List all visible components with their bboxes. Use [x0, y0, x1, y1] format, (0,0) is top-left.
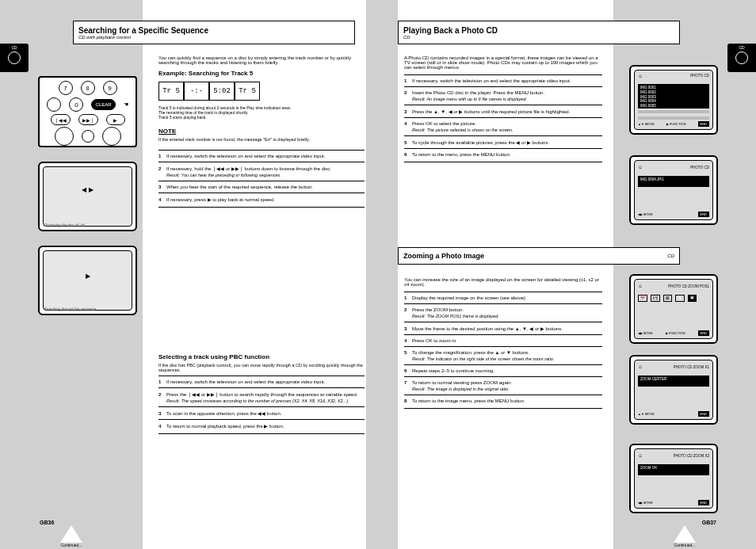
tv-footer-end: END — [698, 411, 709, 417]
section-tab-right: CD — [727, 44, 756, 72]
step-note: Result: You can hear the preceding or fo… — [166, 173, 365, 177]
step-text: To change the magnification, press the ▲… — [412, 350, 529, 355]
step-number: 8 — [404, 398, 412, 403]
step-text: Press OK to select the picture. — [412, 121, 476, 126]
step-number: 2 — [404, 90, 412, 95]
instruction-step: 2Insert the Photo CD disc in the player.… — [404, 86, 602, 105]
step-number: 6 — [404, 152, 412, 157]
step-number: 4 — [404, 338, 412, 343]
section-tab-left: CD — [0, 44, 29, 72]
track-cell: Tr 5 — [235, 82, 260, 101]
step-number: 3 — [404, 326, 412, 331]
step-text: Press the ❘◀◀ or ▶▶❘ button to search ra… — [166, 392, 357, 397]
step-text: Move the frame to the desired position u… — [412, 326, 563, 331]
instruction-step: 2If necessary, hold the ❘◀◀ or ▶▶❘ butto… — [158, 162, 365, 181]
remote-nav-ring-2 — [102, 127, 121, 146]
page-number-right: GB37 — [702, 520, 716, 525]
play-arrow-icon: ▶ — [86, 273, 90, 280]
step-text: Press the ZOOM button. — [412, 307, 464, 312]
continue-arrow-right-icon — [674, 525, 696, 543]
picture-icon: 🖼 — [663, 295, 672, 302]
remote-nav-ok — [82, 130, 94, 143]
step-text: Display the required image on the screen… — [412, 295, 526, 300]
tv-preview-panel: ☺PHOTO CD ZOOM X2ZOOM OK◀▶ MOVEEND — [629, 444, 718, 513]
remote-key-play: ▶ — [106, 114, 125, 125]
smiley-icon: ☺ — [638, 74, 643, 78]
instruction-step: 3To scan in the opposite direction, pres… — [158, 406, 365, 419]
tv-footer-left: ◀▶ MOVE — [638, 212, 653, 216]
tv-footer-mid: ▶ FUNCTION — [666, 331, 685, 335]
tv-content-block: IMG 0004.JPG — [638, 176, 709, 187]
continue-label-right: Continued... — [653, 543, 716, 547]
smiley-icon: ☺ — [638, 284, 643, 288]
tv-content-block: IMG 0001IMG 0002IMG 0003IMG 0004IMG 0005… — [638, 84, 709, 109]
screen-area: ▶ — [43, 250, 132, 311]
remote-key-blank — [47, 97, 61, 112]
zoom-box-icon: ▣ — [688, 295, 697, 302]
track-display-row: Tr 5 -:- 5:02 Tr 5 — [158, 82, 365, 101]
diagram-screen-info-list: ◀ ▶ Displaying the disc inf. list — [38, 162, 137, 231]
pbc-heading: Selecting a track using PBC function — [158, 353, 365, 360]
tv-content-block: ZOOM OK — [638, 464, 709, 475]
remote-key-8: 8 — [81, 81, 95, 95]
tv-footer-left: ◀▶ MOVE — [638, 501, 653, 505]
tv-footer-left: ◀▶ MOVE — [638, 331, 653, 335]
left-column-b: Selecting a track using PBC function If … — [158, 349, 365, 436]
step-number: 2 — [404, 307, 412, 312]
note-heading: NOTE — [158, 128, 365, 135]
step-text: To cycle through the available pictures,… — [412, 140, 549, 145]
step-number: 4 — [158, 197, 166, 202]
left-column-a: You can quickly find a sequence on a dis… — [158, 55, 365, 209]
instruction-step: 3Press the ▲, ▼, ◀ or ▶ buttons until th… — [404, 105, 602, 117]
right-column-b: You can increase the size of an image di… — [404, 277, 602, 410]
step-number: 2 — [158, 392, 166, 397]
step-note: Result: The picture selected is shown on… — [412, 128, 602, 132]
step-text: Press OK to zoom in. — [412, 338, 457, 343]
instruction-step: 3Move the frame to the desired position … — [404, 322, 602, 334]
step-text: To return to normal viewing press ZOOM a… — [412, 380, 512, 385]
track-cell: 5:02 — [209, 82, 235, 101]
page-title-left: Searching for a Specific Sequence CD wit… — [73, 21, 355, 44]
example-heading: Example: Searching for Track 5 — [158, 70, 365, 77]
track-note: Track 5 starts playing back. — [158, 115, 365, 120]
step-number: 5 — [404, 350, 412, 355]
tv-footer-end: END — [698, 330, 709, 336]
step-text: Press the ▲, ▼, ◀ or ▶ buttons until the… — [412, 109, 570, 114]
step-number: 2 — [158, 166, 166, 171]
step-text: If necessary, switch the television on a… — [166, 154, 325, 158]
remote-key-clear: CLEAR — [91, 99, 115, 110]
tv-footer-end: END — [698, 500, 709, 505]
left-right-arrows-icon: ◀ ▶ — [82, 186, 93, 193]
tv-title: PHOTO CD ZOOM X2 — [674, 454, 709, 458]
pointer-icon: ☚ — [124, 101, 128, 108]
tv-title: PHOTO CD — [690, 74, 709, 78]
instruction-step: 4If necessary, press ▶ to play back at n… — [158, 193, 365, 205]
tv-preview-panel: ☺PHOTO CD ZOOM POS1📅💾🖼🕘▣◀▶ MOVE▶ FUNCTIO… — [629, 274, 718, 344]
instruction-step: 6Repeat steps 2–5 to continue zooming. — [404, 364, 602, 376]
pbc-intro: If the disc has PBC (playback control), … — [158, 363, 365, 372]
smiley-icon: ☺ — [638, 165, 643, 170]
instruction-step: 5To change the magnification, press the … — [404, 346, 602, 364]
tv-title: PHOTO CD ZOOM X1 — [674, 365, 709, 369]
tv-footer-end: END — [698, 121, 709, 127]
screen-area: ◀ ▶ — [43, 166, 132, 227]
page-number-left: GB36 — [40, 520, 54, 525]
instruction-step: 6To return to the menu, press the MENU b… — [404, 148, 602, 160]
step-number: 7 — [404, 380, 412, 385]
step-note: Result: The ZOOM POS1 frame is displayed… — [412, 314, 602, 318]
tv-preview-panel: ☺PHOTO CDIMG 0004.JPG◀▶ MOVEEND — [629, 155, 718, 225]
continue-arrow-left-icon — [60, 525, 82, 543]
step-text: To scan in the opposite direction, press… — [166, 411, 281, 416]
right-column-a: A Photo CD contains recorded images in a… — [404, 55, 602, 164]
diagram-screen-search: ▶ Searching through the sequence — [38, 246, 137, 315]
remote-key-skip-next: ▶▶❘ — [78, 114, 98, 125]
step-number: 1 — [158, 154, 166, 158]
step-text: Repeat steps 2–5 to continue zooming. — [412, 368, 494, 373]
step-note: Result: An image menu with up to 9 file … — [412, 97, 602, 101]
instruction-step: 1If necessary, switch the television on … — [158, 150, 365, 162]
instruction-step: 1If necessary, switch the television on … — [404, 74, 602, 86]
step-number: 4 — [158, 424, 166, 429]
floppy-icon: 💾 — [651, 295, 660, 302]
step-number: 3 — [158, 411, 166, 416]
step-number: 4 — [404, 121, 412, 126]
